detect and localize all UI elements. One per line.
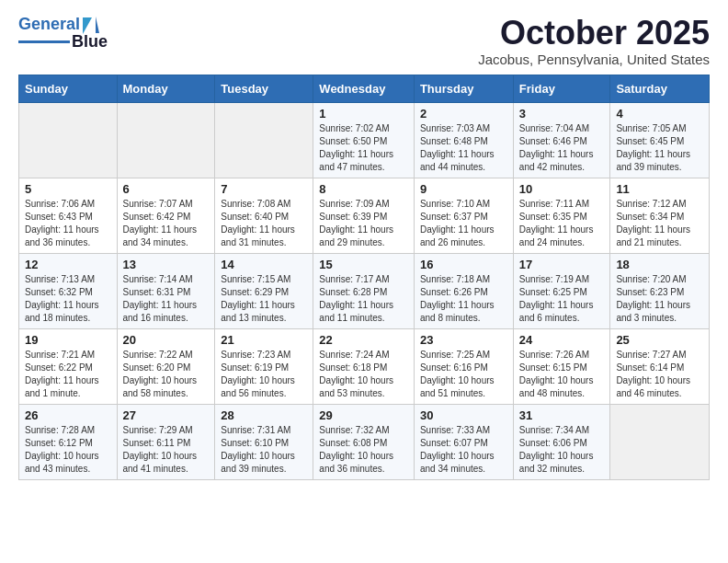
calendar-cell: 5Sunrise: 7:06 AM Sunset: 6:43 PM Daylig… <box>19 178 118 253</box>
calendar-cell: 25Sunrise: 7:27 AM Sunset: 6:14 PM Dayli… <box>610 328 710 404</box>
month-title: October 2025 <box>478 15 710 52</box>
calendar-cell <box>610 404 710 479</box>
calendar-cell: 30Sunrise: 7:33 AM Sunset: 6:07 PM Dayli… <box>414 404 513 479</box>
day-info: Sunrise: 7:22 AM Sunset: 6:20 PM Dayligh… <box>123 349 210 400</box>
day-info: Sunrise: 7:17 AM Sunset: 6:28 PM Dayligh… <box>319 273 408 325</box>
day-info: Sunrise: 7:23 AM Sunset: 6:19 PM Dayligh… <box>221 349 307 400</box>
day-number: 16 <box>420 258 507 271</box>
calendar-cell: 27Sunrise: 7:29 AM Sunset: 6:11 PM Dayli… <box>117 404 215 479</box>
day-info: Sunrise: 7:12 AM Sunset: 6:34 PM Dayligh… <box>616 198 703 249</box>
day-number: 11 <box>616 182 703 196</box>
day-number: 21 <box>221 333 307 347</box>
day-number: 4 <box>616 107 703 121</box>
calendar-cell: 26Sunrise: 7:28 AM Sunset: 6:12 PM Dayli… <box>19 404 118 479</box>
calendar-cell: 8Sunrise: 7:09 AM Sunset: 6:39 PM Daylig… <box>313 178 415 253</box>
day-number: 20 <box>123 333 210 347</box>
calendar-cell: 22Sunrise: 7:24 AM Sunset: 6:18 PM Dayli… <box>313 328 415 404</box>
day-info: Sunrise: 7:03 AM Sunset: 6:48 PM Dayligh… <box>420 122 507 174</box>
day-info: Sunrise: 7:33 AM Sunset: 6:07 PM Dayligh… <box>420 424 507 476</box>
day-info: Sunrise: 7:13 AM Sunset: 6:32 PM Dayligh… <box>25 273 111 325</box>
calendar-cell <box>117 102 215 178</box>
calendar-cell: 24Sunrise: 7:26 AM Sunset: 6:15 PM Dayli… <box>513 328 610 404</box>
day-number: 25 <box>616 333 703 347</box>
day-info: Sunrise: 7:29 AM Sunset: 6:11 PM Dayligh… <box>123 424 210 476</box>
calendar-cell: 15Sunrise: 7:17 AM Sunset: 6:28 PM Dayli… <box>313 253 415 328</box>
logo-blue-bar <box>18 40 70 43</box>
calendar-cell: 10Sunrise: 7:11 AM Sunset: 6:35 PM Dayli… <box>513 178 610 253</box>
day-number: 23 <box>420 333 507 347</box>
calendar-cell: 13Sunrise: 7:14 AM Sunset: 6:31 PM Dayli… <box>117 253 215 328</box>
day-number: 5 <box>25 182 111 196</box>
weekday-header-sunday: Sunday <box>19 75 118 102</box>
day-number: 8 <box>319 182 408 196</box>
calendar-cell: 19Sunrise: 7:21 AM Sunset: 6:22 PM Dayli… <box>19 328 118 404</box>
week-row-5: 26Sunrise: 7:28 AM Sunset: 6:12 PM Dayli… <box>19 404 710 479</box>
day-number: 27 <box>123 408 210 422</box>
day-info: Sunrise: 7:09 AM Sunset: 6:39 PM Dayligh… <box>319 198 408 249</box>
calendar-cell <box>19 102 118 178</box>
weekday-header-wednesday: Wednesday <box>313 75 415 102</box>
calendar-cell: 4Sunrise: 7:05 AM Sunset: 6:45 PM Daylig… <box>610 102 710 178</box>
logo-blue-text: Blue <box>72 32 108 52</box>
weekday-header-friday: Friday <box>513 75 610 102</box>
day-number: 24 <box>519 333 605 347</box>
day-info: Sunrise: 7:08 AM Sunset: 6:40 PM Dayligh… <box>221 198 307 249</box>
weekday-header-thursday: Thursday <box>414 75 513 102</box>
calendar-cell: 21Sunrise: 7:23 AM Sunset: 6:19 PM Dayli… <box>215 328 313 404</box>
weekday-header-monday: Monday <box>117 75 215 102</box>
day-info: Sunrise: 7:02 AM Sunset: 6:50 PM Dayligh… <box>319 122 408 174</box>
weekday-header-saturday: Saturday <box>610 75 710 102</box>
day-info: Sunrise: 7:18 AM Sunset: 6:26 PM Dayligh… <box>420 273 507 325</box>
day-number: 12 <box>25 258 111 271</box>
logo: General Blue <box>18 15 108 52</box>
day-info: Sunrise: 7:14 AM Sunset: 6:31 PM Dayligh… <box>123 273 210 325</box>
day-info: Sunrise: 7:21 AM Sunset: 6:22 PM Dayligh… <box>25 349 111 400</box>
day-number: 14 <box>221 258 307 271</box>
day-number: 6 <box>123 182 210 196</box>
day-info: Sunrise: 7:05 AM Sunset: 6:45 PM Dayligh… <box>616 122 703 174</box>
day-info: Sunrise: 7:25 AM Sunset: 6:16 PM Dayligh… <box>420 349 507 400</box>
day-info: Sunrise: 7:07 AM Sunset: 6:42 PM Dayligh… <box>123 198 210 249</box>
calendar-cell: 23Sunrise: 7:25 AM Sunset: 6:16 PM Dayli… <box>414 328 513 404</box>
logo-triangle <box>83 17 96 34</box>
weekday-header-tuesday: Tuesday <box>215 75 313 102</box>
day-info: Sunrise: 7:15 AM Sunset: 6:29 PM Dayligh… <box>221 273 307 325</box>
day-info: Sunrise: 7:32 AM Sunset: 6:08 PM Dayligh… <box>319 424 408 476</box>
logo-general: General <box>18 15 80 34</box>
calendar-cell: 20Sunrise: 7:22 AM Sunset: 6:20 PM Dayli… <box>117 328 215 404</box>
day-number: 3 <box>519 107 605 121</box>
calendar-cell: 29Sunrise: 7:32 AM Sunset: 6:08 PM Dayli… <box>313 404 415 479</box>
day-number: 31 <box>519 408 605 422</box>
day-info: Sunrise: 7:34 AM Sunset: 6:06 PM Dayligh… <box>519 424 605 476</box>
weekday-header-row: SundayMondayTuesdayWednesdayThursdayFrid… <box>19 75 710 102</box>
day-number: 18 <box>616 258 703 271</box>
day-info: Sunrise: 7:11 AM Sunset: 6:35 PM Dayligh… <box>519 198 605 249</box>
title-area: October 2025 Jacobus, Pennsylvania, Unit… <box>478 15 710 67</box>
day-number: 7 <box>221 182 307 196</box>
calendar-cell: 16Sunrise: 7:18 AM Sunset: 6:26 PM Dayli… <box>414 253 513 328</box>
day-info: Sunrise: 7:31 AM Sunset: 6:10 PM Dayligh… <box>221 424 307 476</box>
day-info: Sunrise: 7:28 AM Sunset: 6:12 PM Dayligh… <box>25 424 111 476</box>
week-row-1: 1Sunrise: 7:02 AM Sunset: 6:50 PM Daylig… <box>19 102 710 178</box>
calendar-cell: 12Sunrise: 7:13 AM Sunset: 6:32 PM Dayli… <box>19 253 118 328</box>
day-number: 17 <box>519 258 605 271</box>
calendar-cell: 1Sunrise: 7:02 AM Sunset: 6:50 PM Daylig… <box>313 102 415 178</box>
day-number: 9 <box>420 182 507 196</box>
calendar-cell: 11Sunrise: 7:12 AM Sunset: 6:34 PM Dayli… <box>610 178 710 253</box>
day-info: Sunrise: 7:06 AM Sunset: 6:43 PM Dayligh… <box>25 198 111 249</box>
day-number: 19 <box>25 333 111 347</box>
day-info: Sunrise: 7:27 AM Sunset: 6:14 PM Dayligh… <box>616 349 703 400</box>
calendar-cell <box>215 102 313 178</box>
day-number: 13 <box>123 258 210 271</box>
day-info: Sunrise: 7:10 AM Sunset: 6:37 PM Dayligh… <box>420 198 507 249</box>
header: General Blue October 2025 Jacobus, Penns… <box>18 15 710 67</box>
day-number: 26 <box>25 408 111 422</box>
day-number: 10 <box>519 182 605 196</box>
day-info: Sunrise: 7:19 AM Sunset: 6:25 PM Dayligh… <box>519 273 605 325</box>
day-number: 1 <box>319 107 408 121</box>
calendar-cell: 3Sunrise: 7:04 AM Sunset: 6:46 PM Daylig… <box>513 102 610 178</box>
calendar-cell: 18Sunrise: 7:20 AM Sunset: 6:23 PM Dayli… <box>610 253 710 328</box>
calendar-cell: 2Sunrise: 7:03 AM Sunset: 6:48 PM Daylig… <box>414 102 513 178</box>
day-info: Sunrise: 7:24 AM Sunset: 6:18 PM Dayligh… <box>319 349 408 400</box>
day-info: Sunrise: 7:20 AM Sunset: 6:23 PM Dayligh… <box>616 273 703 325</box>
